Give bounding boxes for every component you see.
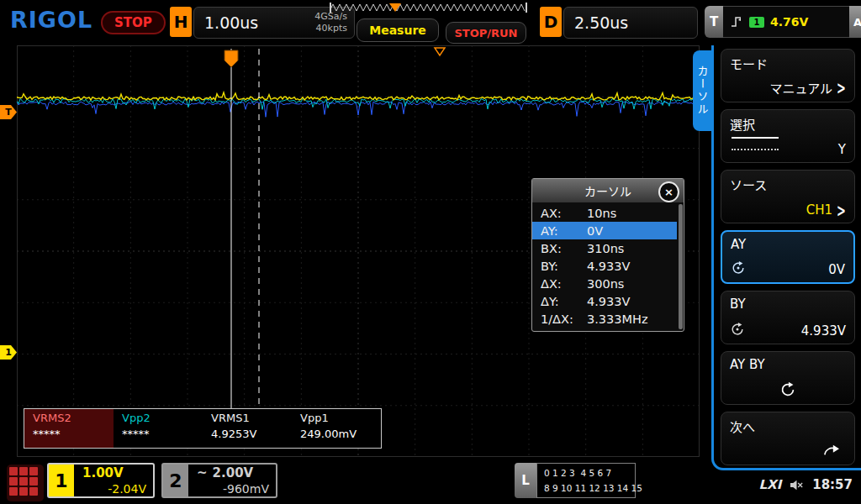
measurement-vpp1[interactable]: Vpp1 249.00mV <box>292 409 381 448</box>
softkey-source[interactable]: ソース CH1> <box>721 170 855 223</box>
measurement-strip: VRMS2 ***** Vpp2 ***** VRMS1 4.9253V Vpp… <box>24 408 382 449</box>
run-state-badge: STOP <box>101 11 166 34</box>
softkey-ay[interactable]: AY 0V <box>721 230 855 284</box>
lxi-label: LXI <box>759 477 782 492</box>
measurement-vrms2[interactable]: VRMS2 ***** <box>24 409 114 448</box>
la-tab: L <box>515 463 536 498</box>
rigol-logo: RIGOL <box>10 7 92 33</box>
trigger-position-marker[interactable] <box>389 3 401 12</box>
measure-button[interactable]: Measure <box>357 18 439 42</box>
channel1-status[interactable]: 1 1.00V -2.04V <box>47 463 155 498</box>
cycle-icon <box>779 381 797 399</box>
ch1-ground-marker[interactable]: 1 <box>0 345 17 360</box>
memory-position-strip[interactable] <box>330 2 528 15</box>
knob-icon <box>730 322 745 337</box>
horizontal-timebase-group[interactable]: H 1.00us 4GSa/s 40kpts <box>170 7 355 39</box>
softkey-mode[interactable]: モード マニュアル> <box>721 49 855 102</box>
d-badge: D <box>540 7 562 37</box>
trigger-panel[interactable]: T 1 4.76V A <box>705 6 861 38</box>
channel2-status[interactable]: 2 ~2.00V -960mV <box>161 463 277 498</box>
delay-ref-marker <box>435 48 445 55</box>
knob-icon <box>731 260 746 276</box>
stop-run-button[interactable]: STOP/RUN <box>446 22 526 44</box>
trigger-mode-tab: A <box>849 6 861 38</box>
ch1-badge: 1 <box>49 465 74 496</box>
trigger-tab: T <box>705 6 723 38</box>
softkey-select[interactable]: 選択 Y <box>721 109 855 163</box>
cursor-popup-title: カーソル × <box>532 179 684 202</box>
logic-analyzer-status[interactable]: L 0 1 2 3 4 5 6 7 8 9 10 11 12 13 14 15 <box>515 463 636 498</box>
softkey-next-page[interactable]: 次へ <box>721 412 855 465</box>
solid-line-icon <box>732 137 779 139</box>
trace <box>17 102 700 117</box>
cursor-a-marker[interactable] <box>224 50 238 67</box>
h-badge: H <box>170 7 192 37</box>
trigger-source-badge: 1 <box>749 17 764 28</box>
dotted-line-icon <box>732 149 779 150</box>
cursor-row-freq[interactable]: 1/ΔX: 3.333MHz <box>532 310 677 328</box>
oscilloscope-screen: RIGOL STOP H 1.00us 4GSa/s 40kpts Measur… <box>0 0 861 504</box>
measurement-vrms1[interactable]: VRMS1 4.9253V <box>203 409 292 448</box>
trigger-level-value: 4.76V <box>770 15 808 29</box>
cursor-popup: カーソル × AX: 10ns AY: 0V BX: 310ns BY: 4.9… <box>531 178 684 332</box>
delay-group[interactable]: D 2.50us <box>540 7 698 39</box>
softkey-ay-by[interactable]: AY BY <box>721 351 855 405</box>
cursor-row-ay[interactable]: AY: 0V <box>532 222 677 239</box>
menu-tab-cursor: カーソル <box>693 50 711 131</box>
delay-panel: 2.50us <box>563 7 698 39</box>
memory-depth: 40kpts <box>316 23 347 34</box>
next-page-arrow-icon <box>822 443 841 458</box>
cursor-row-dx[interactable]: ΔX: 300ns <box>532 275 677 292</box>
softkey-menu: カーソル モード マニュアル> 選択 Y ソース CH1> AY 0V BY <box>711 45 861 470</box>
close-icon[interactable]: × <box>658 181 679 202</box>
cursor-row-by[interactable]: BY: 4.933V <box>532 257 677 275</box>
menu-grid-icon[interactable] <box>7 465 44 501</box>
chevron-right-icon: > <box>837 78 846 98</box>
cursor-row-dy[interactable]: ΔY: 4.933V <box>532 292 677 310</box>
measurement-vpp2[interactable]: Vpp2 ***** <box>114 409 203 448</box>
clock: 18:57 <box>812 477 853 492</box>
cursor-row-bx[interactable]: BX: 310ns <box>532 239 677 257</box>
chevron-right-icon: > <box>837 200 846 220</box>
ac-coupling-icon: ~ <box>197 465 208 480</box>
softkey-by[interactable]: BY 4.933V <box>721 291 855 344</box>
trigger-slope-icon <box>730 15 743 29</box>
ch2-badge: 2 <box>163 465 188 496</box>
cursor-row-ax[interactable]: AX: 10ns <box>532 204 677 222</box>
timebase-value: 1.00us <box>194 13 258 32</box>
delay-value: 2.50us <box>564 13 628 32</box>
trace <box>17 99 700 110</box>
speaker-muted-icon[interactable] <box>790 479 804 491</box>
trigger-level-marker[interactable]: T <box>0 105 17 119</box>
